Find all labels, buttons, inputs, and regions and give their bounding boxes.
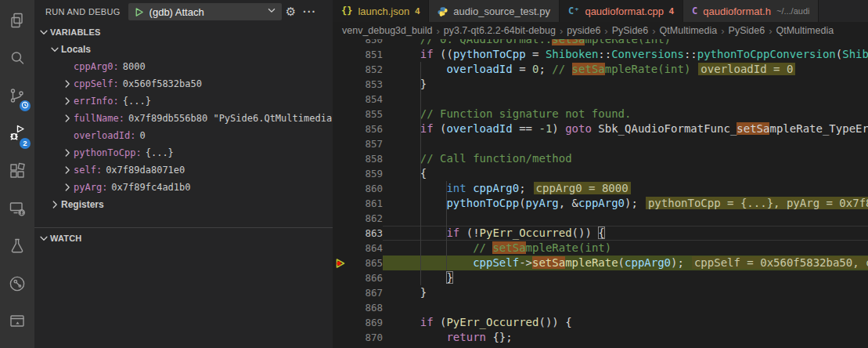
gear-icon[interactable]: ⚙	[282, 5, 301, 19]
line-number[interactable]: 867	[348, 285, 383, 300]
code-line-853[interactable]: 853 }	[333, 77, 868, 92]
activity-source-control[interactable]	[0, 78, 34, 116]
code-line-857[interactable]: 857	[333, 136, 868, 151]
editor-group: {}launch.json4audio_source_test.pyC⁺qaud…	[333, 0, 868, 348]
tab-audio-source-test-py[interactable]: audio_source_test.py	[429, 0, 560, 22]
line-number[interactable]: 851	[348, 47, 383, 62]
chevron-right-icon[interactable]	[61, 112, 74, 125]
variable-row-fullName[interactable]: fullName:0x7f89db556b80 "PySide6.QtMulti…	[34, 110, 333, 127]
variable-colon: :	[130, 130, 135, 141]
line-number[interactable]: 865	[348, 256, 383, 270]
chevron-right-icon[interactable]	[61, 181, 74, 194]
line-number[interactable]: 864	[348, 241, 383, 256]
breadcrumb-item[interactable]: pyside6	[567, 25, 600, 36]
activity-search[interactable]	[0, 41, 34, 78]
variable-row-pythonToCpp[interactable]: pythonToCpp:{...}	[34, 144, 333, 161]
activity-run-and-debug[interactable]: 2	[0, 116, 34, 154]
line-number[interactable]: 852	[348, 62, 383, 77]
breadcrumb-item[interactable]: venv_debug3d_build	[342, 25, 432, 36]
chevron-right-icon[interactable]	[61, 164, 74, 176]
gutter: 867	[333, 285, 383, 300]
line-number[interactable]: 862	[348, 211, 383, 226]
line-number[interactable]: 856	[348, 121, 383, 136]
activity-explorer[interactable]	[0, 3, 34, 41]
activity-testing[interactable]	[0, 229, 34, 266]
code-line-868[interactable]: 868	[333, 300, 868, 315]
code-line-865[interactable]: 865 cppSelf->setSampleRate(cppArg0);cppS…	[333, 256, 868, 270]
line-number[interactable]: 857	[348, 136, 383, 151]
variable-row-overloadId[interactable]: overloadId:0	[34, 127, 333, 144]
breadcrumb-item[interactable]: py3.7-qt6.2.2-64bit-debug	[444, 25, 556, 36]
code-line-862[interactable]: 862	[333, 211, 868, 226]
code-line-852[interactable]: 852 overloadId = 0; // setSampleRate(int…	[333, 62, 868, 77]
activity-extensions[interactable]	[0, 154, 34, 191]
code-line-864[interactable]: 864 // setSampleRate(int)	[333, 241, 868, 256]
chevron-right-icon[interactable]	[49, 198, 61, 211]
variable-row-self[interactable]: self:0x7f89da8071e0	[34, 161, 333, 179]
activity-bar: 2	[0, 0, 34, 348]
code-line-866[interactable]: 866 }	[333, 270, 868, 285]
variable-row-errInfo[interactable]: errInfo:{...}	[34, 92, 333, 110]
line-number[interactable]: 858	[348, 151, 383, 166]
breadcrumb-item[interactable]: PySide6	[612, 25, 649, 36]
breadcrumb-item[interactable]: QtMultimedia	[660, 25, 718, 36]
tab-qaudioformat-h[interactable]: Cqaudioformat.h~/.../audi	[683, 0, 819, 22]
code-editor[interactable]: 850 // 0: QAudioFormat::setSampleRate(in…	[333, 32, 868, 348]
launch-config-dropdown[interactable]: (gdb) Attach	[128, 3, 282, 20]
chevron-right-icon[interactable]	[61, 147, 74, 159]
code-line-858[interactable]: 858 // Call function/method	[333, 151, 868, 166]
locals-scope-row[interactable]: Locals	[34, 41, 333, 58]
registers-scope-row[interactable]: Registers	[34, 196, 333, 213]
code-line-870[interactable]: 870 return {};	[333, 330, 868, 345]
code-line-855[interactable]: 855 // Function signature not found.	[333, 107, 868, 121]
glyph-margin	[333, 47, 348, 62]
line-number[interactable]: 860	[348, 181, 383, 196]
breadcrumb-item[interactable]: PySide6	[729, 25, 765, 36]
variable-colon: :	[113, 96, 119, 107]
code-line-content: if (overloadId == -1) goto Sbk_QAudioFor…	[383, 121, 868, 136]
line-number[interactable]: 868	[348, 300, 383, 315]
code-line-854[interactable]: 854	[333, 92, 868, 107]
code-line-851[interactable]: 851 if ((pythonToCpp = Shiboken::Convers…	[333, 47, 868, 62]
line-number[interactable]: 861	[348, 196, 383, 211]
code-line-859[interactable]: 859 {	[333, 166, 868, 181]
code-line-856[interactable]: 856 if (overloadId == -1) goto Sbk_QAudi…	[333, 121, 868, 136]
activity-gitlens[interactable]	[0, 266, 34, 304]
code-line-869[interactable]: 869 if (PyErr_Occurred()) {	[333, 315, 868, 330]
code-line-content: // Function signature not found.	[383, 107, 868, 121]
line-number[interactable]: 855	[348, 107, 383, 121]
watch-section-label: WATCH	[50, 234, 82, 243]
variable-row-pyArg[interactable]: pyArg:0x7f89fc4ad1b0	[34, 179, 333, 196]
line-number[interactable]: 869	[348, 315, 383, 330]
chevron-down-icon[interactable]	[49, 43, 61, 56]
line-number[interactable]: 866	[348, 270, 383, 285]
breadcrumb-item[interactable]: QtMultimedia	[776, 25, 834, 36]
activity-panel[interactable]	[0, 304, 34, 342]
line-number[interactable]: 870	[348, 330, 383, 345]
more-actions-icon[interactable]: ···	[301, 5, 319, 18]
panel-icon	[8, 312, 27, 334]
code-line-867[interactable]: 867 }	[333, 285, 868, 300]
line-number[interactable]: 853	[348, 77, 383, 92]
start-debug-icon[interactable]	[133, 6, 145, 18]
variable-value: {...}	[146, 147, 174, 158]
variable-value: 0x560f5832ba50	[123, 78, 202, 89]
sidebar-title: RUN AND DEBUG	[45, 7, 121, 16]
line-number[interactable]: 854	[348, 92, 383, 107]
variable-row-cppSelf[interactable]: cppSelf:0x560f5832ba50	[34, 75, 333, 92]
gutter: 859	[333, 166, 383, 181]
chevron-right-icon[interactable]	[61, 78, 74, 90]
code-line-863[interactable]: 863 if (!PyErr_Occurred()) {	[333, 226, 868, 241]
tab-launch-json[interactable]: {}launch.json4	[333, 0, 429, 22]
code-line-861[interactable]: 861 pythonToCpp(pyArg, &cppArg0);pythonT…	[333, 196, 868, 211]
activity-remote-explorer[interactable]	[0, 191, 34, 229]
line-number[interactable]: 859	[348, 166, 383, 181]
watch-section-header[interactable]: WATCH	[34, 230, 333, 247]
line-number[interactable]: 863	[348, 226, 383, 241]
variables-section-header[interactable]: VARIABLES	[34, 24, 333, 41]
code-line-860[interactable]: 860 int cppArg0;cppArg0 = 8000	[333, 181, 868, 196]
variable-row-cppArg0[interactable]: cppArg0:8000	[34, 58, 333, 75]
glyph-margin	[333, 285, 348, 300]
chevron-right-icon[interactable]	[61, 95, 74, 107]
tab-qaudioformat-cpp[interactable]: C⁺qaudioformat.cpp4	[560, 0, 683, 22]
